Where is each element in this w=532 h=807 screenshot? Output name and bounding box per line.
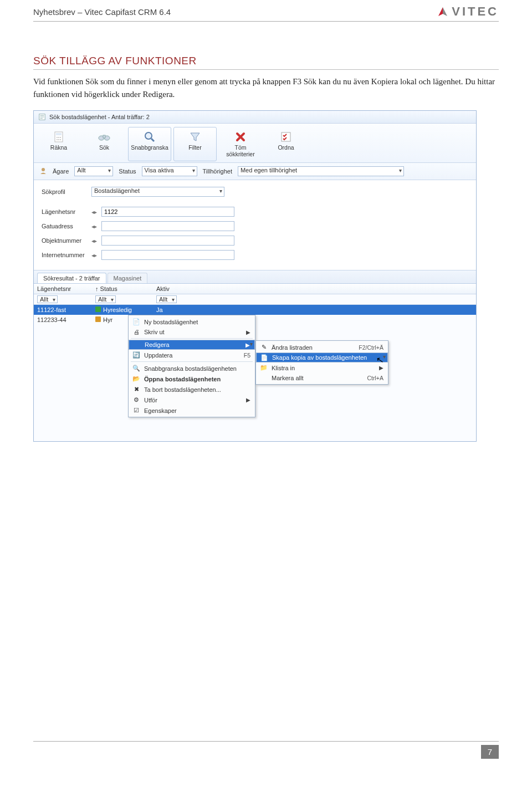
status-select[interactable]: Visa aktiva	[142, 166, 197, 176]
delete-icon: ✖	[132, 386, 141, 393]
chevron-right-icon: ▶	[245, 342, 250, 348]
context-menu: 📄Ny bostadslägenhet 🖨Skriv ut▶ Redigera▶…	[128, 315, 255, 417]
tool-tom[interactable]: Töm sökkriterier	[219, 127, 262, 161]
properties-icon: ☑	[132, 407, 141, 414]
toolbar: Räkna Sök Snabbgranska Filter	[34, 124, 476, 163]
person-icon	[39, 167, 47, 176]
arrows-icon: ◂▸	[91, 223, 97, 229]
tool-sok[interactable]: Sök	[83, 127, 126, 161]
tool-label: Snabbgranska	[130, 144, 170, 151]
titlebar: Sök bostadslägenhet - Antal träffar: 2	[34, 111, 476, 124]
section-body: Vid funktionen Sök som du finner i menyn…	[33, 75, 499, 100]
profile-select[interactable]: Bostadslägenhet	[91, 187, 224, 197]
checklist-icon	[266, 130, 306, 144]
document-icon: 📄	[132, 318, 141, 325]
window-title: Sök bostadslägenhet - Antal träffar: 2	[49, 114, 150, 120]
menu-item-snabbgranska[interactable]: 🔍Snabbgranska bostadslägenheten	[129, 363, 255, 374]
owner-label: Ägare	[53, 168, 69, 175]
field-label: Gatuadress	[42, 223, 87, 229]
svg-point-4	[58, 137, 59, 138]
svg-rect-14	[282, 132, 290, 141]
col-aktiv[interactable]: Aktiv	[153, 284, 203, 294]
col-status[interactable]: ↑ Status	[92, 284, 153, 294]
tab-magasinet[interactable]: Magasinet	[108, 273, 148, 283]
tool-label: Töm sökkriterier	[221, 144, 260, 157]
svg-point-3	[57, 137, 58, 138]
svg-rect-11	[103, 135, 105, 138]
binoculars-icon	[84, 130, 124, 144]
field-label: Internetnummer	[42, 252, 87, 258]
belong-select[interactable]: Med egen tillhörighet	[238, 166, 404, 176]
filter-c2[interactable]: Allt	[95, 295, 116, 303]
tool-rakna[interactable]: Räkna	[37, 127, 80, 161]
svg-line-13	[151, 139, 154, 141]
menu-item-klistrain[interactable]: 📁Klistra in▶	[256, 362, 388, 373]
status-label: Status	[119, 168, 136, 175]
menu-item-markeraallt[interactable]: Markera alltCtrl+A	[256, 373, 388, 383]
filter-c3[interactable]: Allt	[156, 295, 177, 303]
menu-item-egenskaper[interactable]: ☑Egenskaper	[129, 405, 255, 416]
table-row[interactable]: 11122-fast Hyresledig Ja	[34, 305, 476, 315]
menu-item-redigera[interactable]: Redigera▶	[129, 340, 255, 350]
arrows-icon: ◂▸	[91, 252, 97, 258]
arrows-icon: ◂▸	[91, 238, 97, 244]
svg-point-15	[42, 168, 45, 171]
menu-item-tabort[interactable]: ✖Ta bort bostadslägenheten...	[129, 384, 255, 395]
refresh-icon: 🔄	[132, 351, 141, 359]
brand-icon	[437, 6, 448, 17]
magnifier-icon	[130, 130, 170, 144]
page-number: 7	[481, 745, 499, 759]
menu-item-skrivut[interactable]: 🖨Skriv ut▶	[129, 327, 255, 337]
menu-separator	[131, 338, 253, 339]
grid-body: 11122-fast Hyresledig Ja 112233-44 Hyr 📄…	[34, 305, 476, 441]
result-tabs: Sökresultat - 2 träffar Magasinet	[34, 270, 476, 284]
belong-label: Tillhörighet	[203, 168, 232, 175]
internetnummer-input[interactable]	[101, 250, 234, 260]
menu-item-skapakopia[interactable]: 📄Skapa kopia av bostadslägenheten	[256, 353, 388, 362]
lagenhetsnr-input[interactable]	[101, 207, 234, 217]
tab-sokresultat[interactable]: Sökresultat - 2 träffar	[37, 273, 106, 283]
grid-filter-row: Allt Allt Allt	[34, 294, 476, 305]
field-label: Objektnummer	[42, 237, 87, 244]
tool-label: Filter	[175, 144, 215, 151]
menu-separator	[131, 361, 253, 362]
tool-label: Ordna	[266, 144, 306, 151]
copy-icon: 📄	[260, 354, 269, 361]
svg-point-7	[58, 139, 59, 140]
search-form: Sökprofil Bostadslägenhet Lägenhetsnr ◂▸…	[34, 180, 476, 270]
owner-select[interactable]: Allt	[74, 166, 113, 176]
arrows-icon: ◂▸	[91, 209, 97, 215]
menu-item-uppdatera[interactable]: 🔄UppdateraF5	[129, 350, 255, 360]
filter-c1[interactable]: Allt	[37, 295, 58, 303]
brand-logo: VITEC	[437, 4, 499, 19]
status-dot-icon	[95, 307, 101, 312]
window-icon	[38, 113, 46, 121]
col-lagenhetsnr[interactable]: Lägenhetsnr	[34, 284, 92, 294]
cell-lagenhetsnr: 11122-fast	[34, 305, 92, 315]
menu-item-utfor[interactable]: ⚙Utför▶	[129, 395, 255, 405]
profile-label: Sökprofil	[42, 188, 87, 195]
svg-rect-2	[56, 133, 62, 135]
tool-ordna[interactable]: Ordna	[264, 127, 308, 161]
filter-bar: Ägare Allt Status Visa aktiva Tillhörigh…	[34, 163, 476, 180]
clear-icon	[221, 130, 260, 144]
menu-item-andra[interactable]: ✎Ändra listradenF2/Ctrl+Ä	[256, 342, 388, 353]
status-dot-icon	[95, 316, 101, 322]
tool-label: Räkna	[39, 144, 79, 151]
doc-header-title: Nyhetsbrev – Vitec Capifast CRM 6.4	[33, 7, 171, 17]
objektnummer-input[interactable]	[101, 236, 234, 246]
svg-point-5	[60, 137, 61, 138]
calculator-icon	[39, 130, 79, 144]
tool-filter[interactable]: Filter	[173, 127, 217, 161]
document-header: Nyhetsbrev – Vitec Capifast CRM 6.4 VITE…	[33, 0, 499, 22]
menu-item-ny[interactable]: 📄Ny bostadslägenhet	[129, 316, 255, 327]
chevron-right-icon: ▶	[246, 329, 250, 335]
tool-snabbgranska[interactable]: Snabbgranska	[128, 127, 171, 161]
gatuadress-input[interactable]	[101, 221, 234, 231]
cell-aktiv: Ja	[153, 305, 203, 315]
page-footer: 7	[33, 741, 499, 759]
magnifier-icon: 🔍	[132, 365, 141, 372]
menu-item-oppna[interactable]: 📂Öppna bostadslägenheten	[129, 374, 255, 384]
chevron-right-icon: ▶	[246, 397, 250, 403]
svg-point-6	[57, 139, 58, 140]
